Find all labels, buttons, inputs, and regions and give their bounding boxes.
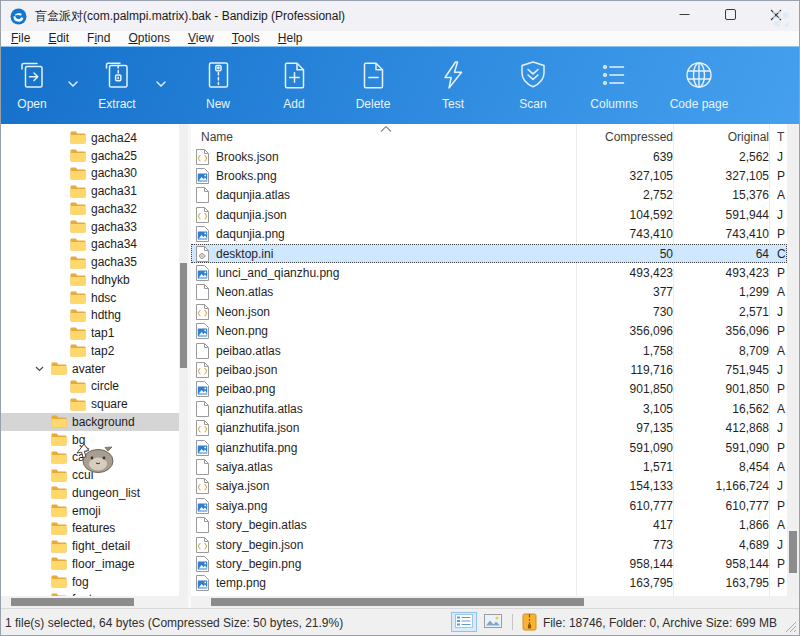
sidebar-folder-avater[interactable]: avater — [1, 360, 179, 378]
menu-item-help[interactable]: Help — [269, 31, 312, 46]
column-compressed[interactable]: Compressed — [576, 130, 673, 144]
sidebar-folder-gacha35[interactable]: gacha35 — [1, 253, 179, 271]
file-row-peibao-atlas[interactable]: peibao.atlas 1,758 8,709 A — [191, 341, 787, 360]
sidebar-folder-hdthg[interactable]: hdthg — [1, 307, 179, 325]
thumbnail-view-button[interactable] — [480, 612, 506, 632]
original-size-cell: 16,562 — [673, 402, 769, 416]
titlebar: 盲盒派对(com.palmpi.matrix).bak - Bandizip (… — [1, 1, 799, 31]
file-row-peibao-json[interactable]: peibao.json 119,716 751,945 J — [191, 360, 787, 379]
column-original[interactable]: Original — [673, 130, 769, 144]
column-type[interactable]: T — [777, 130, 784, 144]
sidebar-folder-circle[interactable]: circle — [1, 378, 179, 396]
sidebar-folder-gacha31[interactable]: gacha31 — [1, 182, 179, 200]
file-row-daqunjia-atlas[interactable]: daqunjia.atlas 2,752 15,376 A — [191, 186, 787, 205]
original-size-cell: 1,866 — [673, 518, 769, 532]
maximize-button[interactable] — [707, 1, 753, 31]
sidebar-folder-hdsc[interactable]: hdsc — [1, 289, 179, 307]
toolbar-button-columns[interactable]: Columns — [573, 56, 655, 111]
sidebar-folder-card[interactable]: card — [1, 449, 179, 467]
file-row-temp-png[interactable]: temp.png 163,795 163,795 P — [191, 574, 787, 593]
sidebar-folder-gacha34[interactable]: gacha34 — [1, 236, 179, 254]
file-row-saiya-atlas[interactable]: saiya.atlas 1,571 8,454 A — [191, 457, 787, 476]
chevron-expanded-icon[interactable] — [35, 366, 51, 372]
menu-item-options[interactable]: Options — [119, 31, 178, 46]
menu-item-file[interactable]: File — [2, 31, 39, 46]
folder-icon — [70, 149, 86, 162]
sidebar-folder-features[interactable]: features — [1, 520, 179, 538]
folder-icon — [51, 362, 67, 375]
menu-item-view[interactable]: View — [179, 31, 223, 46]
original-size-cell: 15,376 — [673, 188, 769, 202]
file-row-neon-atlas[interactable]: Neon.atlas 377 1,299 A — [191, 283, 787, 302]
file-row-qianzhutifa-png[interactable]: qianzhutifa.png 591,090 591,090 P — [191, 438, 787, 457]
file-row-story-begin-png[interactable]: story_begin.png 958,144 958,144 P — [191, 554, 787, 573]
file-name: Brooks.json — [216, 150, 279, 164]
file-row-lunci-and-qianzhu-png[interactable]: lunci_and_qianzhu.png 493,423 493,423 P — [191, 263, 787, 282]
sidebar-folder-square[interactable]: square — [1, 395, 179, 413]
sidebar-folder-gacha24[interactable]: gacha24 — [1, 129, 179, 147]
minimize-button[interactable] — [661, 1, 707, 31]
toolbar-button-test[interactable]: Test — [413, 56, 493, 111]
file-row-neon-json[interactable]: Neon.json 730 2,571 J — [191, 302, 787, 321]
sidebar-folder-tap2[interactable]: tap2 — [1, 342, 179, 360]
folder-label: ccui — [72, 468, 93, 482]
folder-icon — [51, 433, 67, 446]
file-row-desktop-ini[interactable]: desktop.ini 50 64 C — [191, 244, 787, 263]
archive-zip-icon[interactable] — [522, 613, 538, 632]
sidebar-folder-background[interactable]: background — [1, 413, 179, 431]
folder-label: dungeon_list — [72, 486, 140, 500]
file-row-peibao-png[interactable]: peibao.png 901,850 901,850 P — [191, 380, 787, 399]
toolbar-button-delete[interactable]: Delete — [333, 56, 413, 111]
layout-toggle-icon[interactable] — [773, 11, 791, 29]
file-row-saiya-png[interactable]: saiya.png 610,777 610,777 P — [191, 496, 787, 515]
sort-ascending-icon[interactable] — [379, 122, 393, 131]
sidebar-folder-fog[interactable]: fog — [1, 573, 179, 591]
menu-item-find[interactable]: Find — [78, 31, 119, 46]
file-row-qianzhutifa-json[interactable]: qianzhutifa.json 97,135 412,868 J — [191, 418, 787, 437]
sidebar-folder-bg[interactable]: bg — [1, 431, 179, 449]
sidebar-folder-gacha30[interactable]: gacha30 — [1, 165, 179, 183]
file-row-qianzhutifa-atlas[interactable]: qianzhutifa.atlas 3,105 16,562 A — [191, 399, 787, 418]
sidebar-folder-gacha33[interactable]: gacha33 — [1, 218, 179, 236]
details-view-button[interactable] — [451, 612, 477, 632]
resize-grip[interactable] — [785, 621, 797, 633]
scan-icon — [516, 56, 550, 94]
file-row-neon-png[interactable]: Neon.png 356,096 356,096 P — [191, 322, 787, 341]
sidebar-folder-hdhykb[interactable]: hdhykb — [1, 271, 179, 289]
menu-item-edit[interactable]: Edit — [39, 31, 78, 46]
filelist-vertical-scrollbar[interactable] — [787, 124, 799, 596]
chevron-down-icon[interactable] — [149, 56, 173, 87]
file-name-cell: Neon.png — [191, 323, 576, 339]
filelist-horizontal-scrollbar-thumb[interactable] — [211, 598, 584, 606]
sidebar-folder-tap1[interactable]: tap1 — [1, 324, 179, 342]
file-row-daqunjia-png[interactable]: daqunjia.png 743,410 743,410 P — [191, 225, 787, 244]
scrollbar-thumb[interactable] — [180, 263, 187, 368]
chevron-down-icon[interactable] — [61, 56, 85, 87]
sidebar-folder-ccui[interactable]: ccui — [1, 466, 179, 484]
toolbar-button-open[interactable]: Open — [3, 56, 61, 111]
toolbar-button-scan[interactable]: Scan — [493, 56, 573, 111]
sidebar-folder-gacha32[interactable]: gacha32 — [1, 200, 179, 218]
sidebar-folder-gacha25[interactable]: gacha25 — [1, 147, 179, 165]
file-row-saiya-json[interactable]: saiya.json 154,133 1,166,724 J — [191, 477, 787, 496]
sidebar-folder-emoji[interactable]: emoji — [1, 502, 179, 520]
file-row-story-begin-atlas[interactable]: story_begin.atlas 417 1,866 A — [191, 515, 787, 534]
toolbar-button-add[interactable]: Add — [255, 56, 333, 111]
sidebar-horizontal-scrollbar-thumb[interactable] — [11, 598, 134, 606]
sidebar-vertical-scrollbar[interactable] — [179, 124, 188, 596]
toolbar-button-code-page[interactable]: Code page — [655, 56, 743, 111]
file-row-daqunjia-json[interactable]: daqunjia.json 104,592 591,944 J — [191, 205, 787, 224]
menubar: FileEditFindOptionsViewToolsHelp — [1, 31, 799, 46]
file-row-story-begin-json[interactable]: story_begin.json 773 4,689 J — [191, 535, 787, 554]
sidebar-folder-floor-image[interactable]: floor_image — [1, 555, 179, 573]
toolbar-button-new[interactable]: New — [181, 56, 255, 111]
menu-item-tools[interactable]: Tools — [223, 31, 269, 46]
file-row-brooks-png[interactable]: Brooks.png 327,105 327,105 P — [191, 166, 787, 185]
column-name[interactable]: Name — [201, 130, 233, 144]
folder-icon — [70, 398, 86, 411]
sidebar-folder-dungeon-list[interactable]: dungeon_list — [1, 484, 179, 502]
scrollbar-thumb[interactable] — [789, 531, 797, 573]
file-row-brooks-json[interactable]: Brooks.json 639 2,562 J — [191, 147, 787, 166]
toolbar-button-extract[interactable]: Extract — [85, 56, 149, 111]
sidebar-folder-fight-detail[interactable]: fight_detail — [1, 537, 179, 555]
